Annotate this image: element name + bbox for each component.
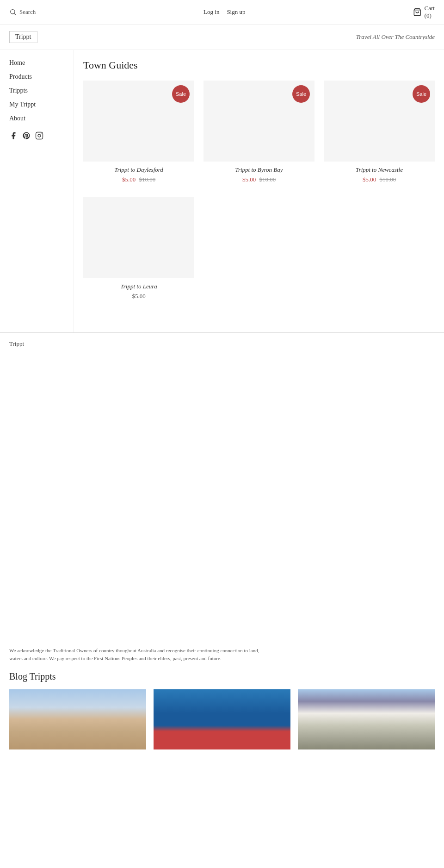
sidebar-nav: Home Products Trippts My Trippt About [9, 59, 64, 122]
sale-badge-daylesford: Sale [172, 85, 190, 103]
blog-grid [9, 689, 435, 749]
product-card-daylesford[interactable]: Sale Trippt to Daylesford $5.00 $10.00 [83, 81, 194, 183]
product-title-leura: Trippt to Leura [83, 283, 194, 290]
product-image-newcastle: Sale [324, 81, 435, 162]
search-icon [9, 8, 17, 16]
main-content: Town Guides Sale Trippt to Daylesford $5… [74, 50, 444, 332]
product-grid: Sale Trippt to Daylesford $5.00 $10.00 S… [83, 81, 435, 183]
product-grid-single: Trippt to Leura $5.00 [83, 197, 435, 300]
sidebar-item-about[interactable]: About [9, 115, 64, 122]
price-sale-daylesford: $5.00 [122, 176, 136, 183]
brand-logo[interactable]: Trippt [9, 31, 37, 43]
blog-post-3[interactable] [298, 689, 435, 749]
price-original-daylesford: $10.00 [139, 176, 155, 183]
main-layout: Home Products Trippts My Trippt About [0, 50, 444, 332]
search-button[interactable]: Search [9, 8, 36, 16]
sidebar-item-home[interactable]: Home [9, 59, 64, 67]
product-image-leura [83, 197, 194, 278]
svg-point-0 [11, 10, 15, 14]
svg-point-5 [41, 133, 42, 134]
price-regular-leura: $5.00 [132, 293, 145, 300]
brand-header: Trippt Travel All Over The Countryside [0, 25, 444, 50]
nav-left: Search [9, 8, 36, 16]
footer-label: Trippt [9, 340, 24, 347]
price-original-byronbay: $10.00 [259, 176, 276, 183]
product-price-leura: $5.00 [83, 293, 194, 300]
signup-link[interactable]: Sign up [227, 8, 245, 16]
brand-tagline: Travel All Over The Countryside [356, 33, 435, 41]
product-title-byronbay: Trippt to Byron Bay [204, 166, 314, 174]
product-card-newcastle[interactable]: Sale Trippt to Newcastle $5.00 $10.00 [324, 81, 435, 183]
svg-line-1 [14, 13, 16, 15]
product-title-daylesford: Trippt to Daylesford [83, 166, 194, 174]
product-image-byronbay: Sale [204, 81, 314, 162]
cart-button[interactable]: Cart (0) [413, 5, 435, 19]
blog-post-2[interactable] [154, 689, 290, 749]
cart-icon [413, 8, 421, 16]
product-image-daylesford: Sale [83, 81, 194, 162]
blog-section: Blog Trippts [0, 667, 444, 759]
sidebar-item-products[interactable]: Products [9, 73, 64, 81]
top-nav: Search Log in Sign up Cart (0) [0, 0, 444, 25]
sale-badge-newcastle: Sale [413, 85, 430, 103]
price-sale-newcastle: $5.00 [363, 176, 376, 183]
product-card-byronbay[interactable]: Sale Trippt to Byron Bay $5.00 $10.00 [204, 81, 314, 183]
sidebar-social [9, 131, 64, 140]
sale-badge-byronbay: Sale [292, 85, 310, 103]
sidebar-item-trippts[interactable]: Trippts [9, 87, 64, 94]
search-label: Search [19, 8, 36, 16]
cart-label: Cart (0) [425, 5, 435, 19]
svg-rect-3 [36, 132, 43, 139]
price-sale-byronbay: $5.00 [242, 176, 256, 183]
svg-point-4 [38, 134, 41, 137]
product-price-byronbay: $5.00 $10.00 [204, 176, 314, 183]
blog-post-1[interactable] [9, 689, 146, 749]
product-card-leura[interactable]: Trippt to Leura $5.00 [83, 197, 194, 300]
pinterest-icon[interactable] [22, 131, 31, 140]
price-original-newcastle: $10.00 [379, 176, 396, 183]
product-price-newcastle: $5.00 $10.00 [324, 176, 435, 183]
nav-mid: Log in Sign up [204, 8, 245, 16]
acknowledgement: We acknowledge the Traditional Owners of… [0, 633, 278, 667]
blank-area [0, 355, 444, 633]
collection-title: Town Guides [83, 59, 435, 71]
product-price-daylesford: $5.00 $10.00 [83, 176, 194, 183]
site-footer: Trippt [0, 332, 444, 355]
sidebar: Home Products Trippts My Trippt About [0, 50, 74, 332]
product-title-newcastle: Trippt to Newcastle [324, 166, 435, 174]
sidebar-item-mytrippt[interactable]: My Trippt [9, 101, 64, 108]
login-link[interactable]: Log in [204, 8, 219, 16]
facebook-icon[interactable] [9, 131, 18, 140]
blog-title: Blog Trippts [9, 671, 435, 682]
acknowledgement-text: We acknowledge the Traditional Owners of… [9, 647, 268, 662]
instagram-icon[interactable] [35, 131, 43, 140]
